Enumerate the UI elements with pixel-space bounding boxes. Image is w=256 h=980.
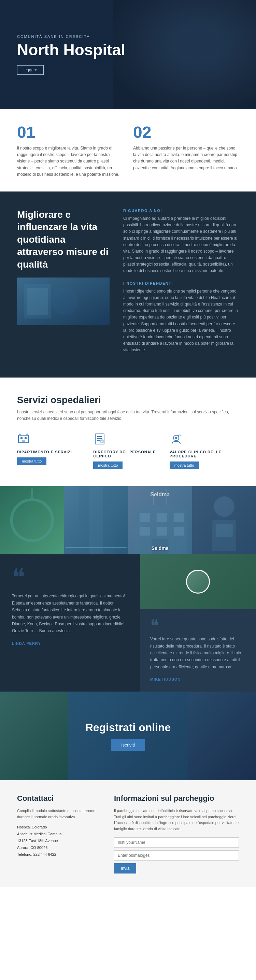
register-bg-left	[0, 692, 68, 780]
services-grid: DIPARTIMENTO E SERVIZI mostra tutto DIRE…	[17, 432, 239, 469]
parking-title: Informazioni sul parcheggio	[114, 794, 239, 803]
photo-svg-1	[0, 486, 64, 554]
employees-subsection: I NOSTRI DIPENDENTI I nostri dipendenti …	[123, 281, 239, 354]
parking-description: Il parcheggio sul lato sud dell'edificio…	[114, 808, 239, 832]
testimonial-author-2: MIKE HUDSON	[150, 677, 246, 681]
services-title: Servizi ospedalieri	[17, 395, 239, 406]
clinical-icon-svg	[170, 433, 183, 445]
avatar	[186, 570, 210, 593]
register-button[interactable]: Iscriviti	[111, 739, 145, 751]
svg-point-36	[214, 496, 234, 517]
bottom-section: Contattaci Compila il modulo sottostante…	[0, 780, 256, 887]
parking-submit-button[interactable]: Invia	[114, 863, 136, 873]
contact-address-3: Aurora, CO 80046	[17, 845, 100, 851]
testimonial-right: ❝ Vorrei fare sapere quanto sono soddisf…	[140, 554, 256, 692]
contact-column: Contattaci Compila il modulo sottostante…	[17, 794, 100, 873]
service-card-2: DIRECTORY DEL PERSONALE CLINICO mostra t…	[93, 432, 162, 469]
hero-title: North Hospital	[17, 41, 239, 59]
service-btn-1[interactable]: mostra tutto	[17, 457, 46, 465]
contact-address-1: Anschutz Medical Campus,	[17, 831, 100, 838]
photo-svg-3: Seldma	[128, 486, 192, 554]
contact-address-2: 13123 East 18th Avenue	[17, 838, 100, 845]
service-card-1: DIPARTIMENTO E SERVIZI mostra tutto	[17, 432, 86, 469]
info-text-1: Il nostro scopo è migliorare la vita. Si…	[17, 145, 123, 178]
svg-rect-6	[22, 440, 25, 443]
service-btn-2[interactable]: mostra tutto	[93, 461, 122, 469]
testimonial-text-1: Tornerei per un intervento chirurgico qu…	[12, 593, 128, 634]
testimonial-image	[140, 554, 256, 609]
parking-column: Informazioni sul parcheggio Il parcheggi…	[114, 794, 239, 873]
info-col-1: 01 Il nostro scopo è migliorare la vita.…	[17, 123, 123, 178]
contact-info: Hospital Colorado Anschutz Medical Campu…	[17, 824, 100, 858]
service-card-3: VALORE CLINICO DELLE PROCEDURE mostra tu…	[170, 432, 239, 469]
photo-gallery: Seldma Seldma	[0, 486, 256, 554]
info-number-1: 01	[17, 123, 123, 142]
service-title-2: DIRECTORY DEL PERSONALE CLINICO	[93, 450, 162, 458]
directory-icon-svg	[93, 433, 106, 445]
photo-svg-2	[64, 486, 128, 554]
testimonials-section: ❝ Tornerei per un intervento chirurgico …	[0, 554, 256, 692]
service-title-3: VALORE CLINICO DELLE PROCEDURE	[170, 450, 239, 458]
hero-read-button[interactable]: leggere	[17, 65, 44, 75]
svg-point-17	[175, 437, 177, 439]
svg-point-1	[51, 288, 78, 315]
employees-label: I NOSTRI DIPENDENTI	[123, 281, 239, 285]
quality-left-col: Migliorare e influenzare la vita quotidi…	[17, 208, 110, 325]
quality-image	[17, 277, 110, 325]
svg-rect-31	[174, 527, 184, 536]
contact-title: Contattaci	[17, 794, 100, 803]
gallery-photo-2	[64, 486, 128, 554]
svg-rect-2	[27, 288, 48, 315]
svg-point-20	[25, 513, 39, 527]
quote-mark-1: ❝	[12, 568, 128, 588]
svg-rect-29	[140, 527, 150, 536]
employees-text: I nostri dipendenti sono più che semplic…	[123, 288, 239, 354]
quality-title: Migliorare e influenzare la vita quotidi…	[17, 208, 110, 271]
info-col-2: 02 Abbiamo una passione per le persone –…	[133, 123, 239, 178]
svg-point-18	[180, 434, 181, 436]
svg-rect-5	[25, 437, 27, 439]
services-description: I nostri servizi ospedalieri sono qui pe…	[17, 409, 239, 422]
services-section: Servizi ospedalieri I nostri servizi osp…	[0, 377, 256, 486]
about-subsection: RIGUARDO A NOI Ci impegniamo ad aiutarti…	[123, 208, 239, 274]
testimonial-2: ❝ Vorrei fare sapere quanto sono soddisf…	[140, 609, 256, 692]
svg-rect-23	[89, 486, 103, 554]
info-section: 01 Il nostro scopo è migliorare la vita.…	[0, 109, 256, 191]
register-section: Registrati online Iscriviti	[0, 692, 256, 780]
hero-section: COMUNITÀ SANE IN CRESCITA North Hospital…	[0, 0, 256, 109]
testimonial-author-1: LINDA PERRY	[12, 641, 128, 646]
svg-rect-27	[157, 513, 167, 522]
clinical-icon	[170, 432, 187, 446]
building-name: Seldma	[151, 546, 169, 551]
quality-right-col: RIGUARDO A NOI Ci impegniamo ad aiutarti…	[123, 208, 239, 360]
svg-point-8	[26, 434, 28, 436]
svg-rect-28	[174, 513, 184, 522]
service-title-1: DIPARTIMENTO E SERVIZI	[17, 450, 86, 454]
gallery-photo-3: Seldma Seldma	[128, 486, 192, 554]
contact-description: Compila il modulo sottostante e ti conta…	[17, 808, 100, 820]
svg-rect-26	[140, 513, 150, 522]
quality-section: Migliorare e influenzare la vita quotidi…	[0, 191, 256, 377]
register-content: Registrati online Iscriviti	[85, 721, 171, 751]
about-label: RIGUARDO A NOI	[123, 208, 239, 213]
parking-detail-input[interactable]	[114, 850, 239, 861]
photo-svg-4	[192, 486, 256, 554]
directory-icon	[93, 432, 110, 446]
gallery-photo-4	[192, 486, 256, 554]
hero-content: COMUNITÀ SANE IN CRESCITA North Hospital…	[17, 35, 239, 75]
parking-name-input[interactable]	[114, 837, 239, 848]
svg-rect-4	[21, 437, 22, 439]
gallery-photo-1	[0, 486, 64, 554]
department-icon	[17, 432, 34, 446]
contact-address-label: Hospital Colorado	[17, 824, 100, 831]
service-btn-3[interactable]: mostra tutto	[170, 461, 199, 469]
svg-rect-38	[215, 523, 232, 537]
register-title: Registrati online	[85, 721, 171, 734]
testimonial-left: ❝ Tornerei per un intervento chirurgico …	[0, 554, 140, 692]
svg-point-7	[19, 434, 21, 436]
quote-mark-2: ❝	[150, 619, 246, 632]
register-bg-right	[188, 692, 256, 780]
contact-phone: Telefono: 222 444 6422	[17, 851, 100, 858]
info-text-2: Abbiamo una passione per le persone – qu…	[133, 145, 239, 171]
svg-rect-30	[157, 527, 167, 536]
